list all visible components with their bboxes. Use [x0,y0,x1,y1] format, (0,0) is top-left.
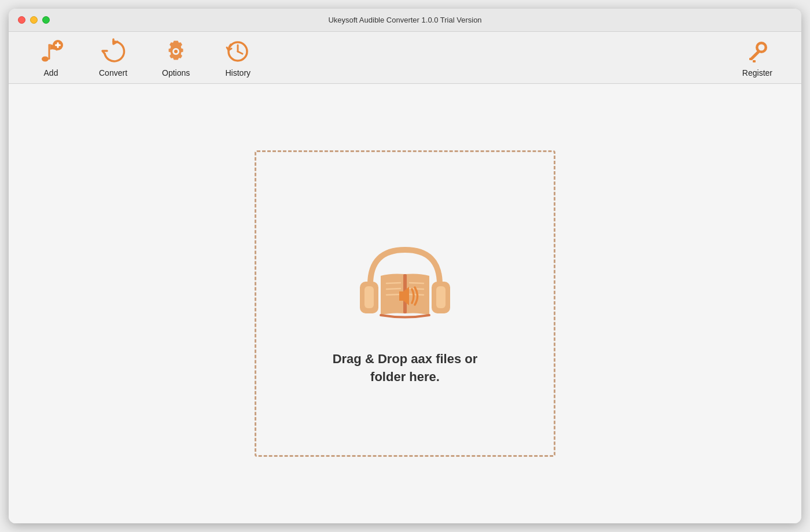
traffic-lights [18,16,50,24]
svg-point-0 [42,56,49,61]
app-window: Ukeysoft Audible Converter 1.0.0 Trial V… [9,9,801,523]
options-label: Options [162,68,190,77]
dropzone-icon [347,221,463,337]
svg-rect-1 [49,44,50,60]
svg-point-6 [174,50,178,53]
options-icon [163,38,189,65]
add-button[interactable]: Add [20,32,82,83]
toolbar: Add [9,32,801,84]
add-label: Add [44,68,58,77]
svg-rect-18 [436,286,446,308]
convert-icon [100,38,127,65]
title-bar: Ukeysoft Audible Converter 1.0.0 Trial V… [9,9,801,32]
register-label: Register [742,68,772,77]
main-content: Drag & Drop aax files or folder here. [9,84,801,523]
register-button[interactable]: Register [725,32,790,83]
options-button[interactable]: Options [145,32,207,83]
dropzone-text: Drag & Drop aax files or folder here. [333,350,478,386]
toolbar-items: Add [20,32,725,83]
maximize-button[interactable] [42,16,50,24]
svg-line-22 [386,294,400,295]
svg-point-11 [758,44,764,50]
history-button[interactable]: History [207,32,268,83]
svg-rect-13 [749,58,752,60]
svg-rect-16 [365,286,374,308]
close-button[interactable] [18,16,25,24]
svg-line-20 [386,283,400,283]
history-label: History [226,68,251,77]
svg-rect-14 [753,60,756,62]
add-icon [38,38,64,65]
drop-zone[interactable]: Drag & Drop aax files or folder here. [255,150,555,457]
svg-line-23 [410,283,424,283]
convert-button[interactable]: Convert [82,32,145,83]
convert-label: Convert [99,68,127,77]
window-title: Ukeysoft Audible Converter 1.0.0 Trial V… [328,16,481,24]
svg-line-9 [238,51,242,54]
svg-rect-4 [55,44,61,46]
minimize-button[interactable] [30,16,38,24]
register-icon [744,38,771,65]
svg-line-21 [386,289,400,289]
history-icon [224,38,251,65]
